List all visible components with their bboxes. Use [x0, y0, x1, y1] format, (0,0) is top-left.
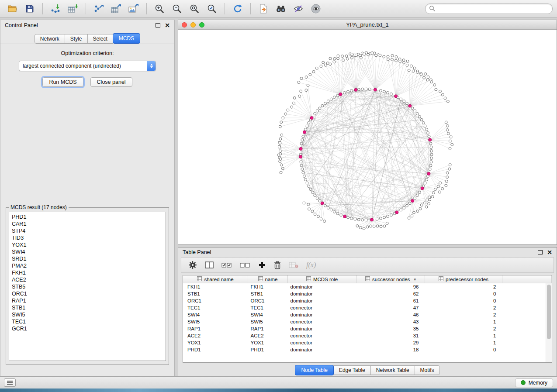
cell-name[interactable]: YOX1 — [248, 339, 288, 346]
cell-shared-name[interactable]: RAP1 — [183, 325, 248, 332]
cell-successor-nodes[interactable]: 29 — [356, 339, 425, 346]
mcds-result-item[interactable]: STB1 — [9, 304, 166, 311]
table-row[interactable]: SWI4SWI4dominator462 — [183, 311, 552, 318]
cell-MCDS-role[interactable]: dominator — [288, 346, 356, 353]
cell-shared-name[interactable]: SWI5 — [183, 318, 248, 325]
column-header-name[interactable]: name — [248, 275, 288, 283]
mcds-result-item[interactable]: STB5 — [9, 283, 166, 290]
mcds-result-item[interactable]: YOX1 — [9, 241, 166, 248]
memory-button[interactable]: Memory — [515, 378, 553, 387]
import-table-button[interactable] — [65, 2, 81, 15]
table-row[interactable]: TEC1TEC1connector472 — [183, 304, 552, 311]
cell-name[interactable]: SWI4 — [248, 311, 288, 318]
table-row[interactable]: PHD1PHD1dominator180 — [183, 346, 552, 353]
cell-predecessor-nodes[interactable]: 1 — [425, 332, 502, 339]
cell-predecessor-nodes[interactable]: 2 — [425, 311, 502, 318]
tab-style[interactable]: Style — [65, 34, 88, 44]
network-canvas[interactable] — [178, 30, 557, 245]
cell-shared-name[interactable]: YOX1 — [183, 339, 248, 346]
close-panel-icon[interactable]: ✕ — [165, 23, 170, 28]
cell-shared-name[interactable]: STB1 — [183, 290, 248, 297]
cell-predecessor-nodes[interactable]: 0 — [425, 297, 502, 304]
cell-name[interactable]: SWI5 — [248, 318, 288, 325]
table-row[interactable]: SWI5SWI5connector431 — [183, 318, 552, 325]
close-table-panel-icon[interactable]: ✕ — [547, 250, 552, 254]
zoom-fit-button[interactable] — [187, 2, 202, 15]
cell-shared-name[interactable]: ACE2 — [183, 332, 248, 339]
cell-name[interactable]: FKH1 — [248, 283, 288, 291]
mcds-result-item[interactable]: PMA2 — [9, 262, 166, 269]
find-network-button[interactable] — [273, 2, 289, 15]
float-table-panel-icon[interactable] — [538, 250, 543, 254]
search-box[interactable] — [425, 3, 553, 14]
share-document-button[interactable] — [256, 2, 271, 15]
cell-shared-name[interactable]: PHD1 — [183, 346, 248, 353]
cell-predecessor-nodes[interactable]: 1 — [425, 339, 502, 346]
network-view-titlebar[interactable]: YPA_prune.txt_1 — [178, 20, 557, 30]
table-row[interactable]: STB1STB1dominator620 — [183, 290, 552, 297]
cell-name[interactable]: TEC1 — [248, 304, 288, 311]
cell-MCDS-role[interactable]: connector — [288, 304, 356, 311]
cell-name[interactable]: PHD1 — [248, 346, 288, 353]
mcds-result-item[interactable]: TID3 — [9, 234, 166, 241]
export-image-button[interactable] — [126, 2, 142, 15]
delete-table-button[interactable] — [289, 261, 298, 268]
mcds-result-item[interactable]: PHD1 — [9, 213, 166, 220]
cell-predecessor-nodes[interactable]: 0 — [425, 290, 502, 297]
create-column-button[interactable] — [258, 261, 266, 269]
tab-mcds[interactable]: MCDS — [113, 33, 140, 44]
cell-successor-nodes[interactable]: 61 — [356, 297, 425, 304]
tab-node-table[interactable]: Node Table — [295, 365, 334, 375]
criterion-dropdown[interactable]: largest connected component (undirected) — [19, 61, 156, 71]
export-table-button[interactable] — [108, 2, 124, 15]
cell-shared-name[interactable]: FKH1 — [183, 283, 248, 291]
hide-details-button[interactable] — [291, 2, 306, 15]
window-minimize-icon[interactable] — [190, 22, 196, 28]
table-row[interactable]: ORC1ORC1dominator610 — [183, 297, 552, 304]
mcds-result-item[interactable]: SWI4 — [9, 248, 166, 255]
close-panel-button[interactable]: Close panel — [90, 77, 132, 87]
cell-successor-nodes[interactable]: 35 — [356, 325, 425, 332]
cell-name[interactable]: ACE2 — [248, 332, 288, 339]
table-settings-button[interactable] — [188, 261, 197, 269]
cell-successor-nodes[interactable]: 62 — [356, 290, 425, 297]
table-row[interactable]: YOX1YOX1connector291 — [183, 339, 552, 346]
cell-MCDS-role[interactable]: dominator — [288, 325, 356, 332]
mcds-result-item[interactable]: CAR1 — [9, 220, 166, 227]
cell-predecessor-nodes[interactable]: 2 — [425, 304, 502, 311]
tab-select[interactable]: Select — [87, 34, 113, 44]
cell-MCDS-role[interactable]: connector — [288, 318, 356, 325]
run-mcds-button[interactable]: Run MCDS — [42, 77, 83, 87]
mcds-result-item[interactable]: TEC1 — [9, 318, 166, 325]
mcds-result-item[interactable]: STP4 — [9, 227, 166, 234]
column-header-predecessor-nodes[interactable]: predecessor nodes — [425, 275, 502, 283]
mcds-result-item[interactable]: SRD1 — [9, 255, 166, 262]
mcds-result-item[interactable]: SWI5 — [9, 311, 166, 318]
search-input[interactable] — [436, 5, 549, 12]
cell-name[interactable]: STB1 — [248, 290, 288, 297]
unselect-all-columns-button[interactable] — [240, 261, 250, 269]
mcds-result-item[interactable]: ORC1 — [9, 290, 166, 297]
cell-successor-nodes[interactable]: 46 — [356, 311, 425, 318]
window-close-icon[interactable] — [182, 22, 187, 28]
tab-edge-table[interactable]: Edge Table — [333, 365, 371, 375]
mcds-result-item[interactable]: RAP1 — [9, 297, 166, 304]
cell-name[interactable]: ORC1 — [248, 297, 288, 304]
cell-predecessor-nodes[interactable]: 2 — [425, 325, 502, 332]
delete-column-button[interactable] — [274, 261, 281, 269]
table-scrollbar-thumb[interactable] — [547, 285, 551, 339]
cell-MCDS-role[interactable]: connector — [288, 339, 356, 346]
zoom-selected-button[interactable] — [204, 2, 220, 15]
cell-shared-name[interactable]: TEC1 — [183, 304, 248, 311]
save-session-button[interactable] — [22, 2, 38, 15]
cell-MCDS-role[interactable]: dominator — [288, 297, 356, 304]
column-header-MCDS-role[interactable]: MCDS role — [288, 275, 356, 283]
table-row[interactable]: ACE2ACE2connector311 — [183, 332, 552, 339]
cell-MCDS-role[interactable]: dominator — [288, 283, 356, 291]
column-header-successor-nodes[interactable]: successor nodes▾ — [356, 275, 425, 283]
cell-predecessor-nodes[interactable]: 2 — [425, 283, 502, 291]
table-scrollbar[interactable] — [546, 283, 552, 362]
show-columns-button[interactable] — [205, 261, 214, 269]
import-network-button[interactable] — [48, 2, 63, 15]
mcds-result-item[interactable]: GCR1 — [9, 325, 166, 332]
